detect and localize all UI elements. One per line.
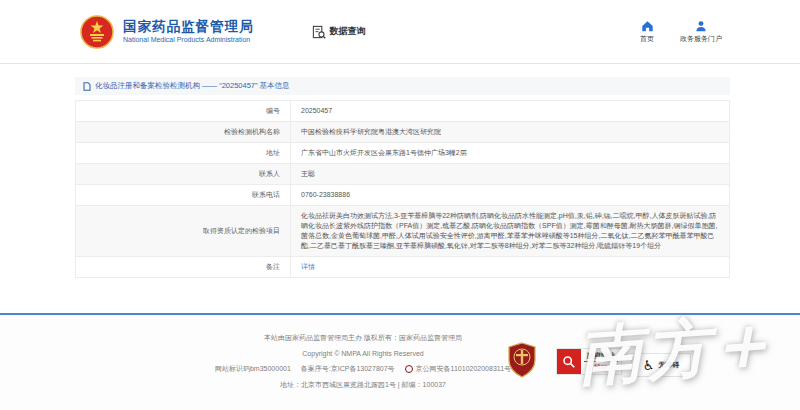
header-nav: 首页 政务服务门户 bbox=[640, 20, 722, 44]
detail-link[interactable]: 详情 bbox=[301, 263, 315, 270]
row-label: 编号 bbox=[76, 101, 291, 122]
find-error-top-label: 政府网站 bbox=[584, 351, 618, 362]
home-icon bbox=[641, 20, 654, 32]
footer-address: 地址：北京市西城区展览路北露园1号 | 邮编：100037 bbox=[88, 377, 638, 393]
police-number: 京公网安备11010202008311号 bbox=[416, 361, 511, 377]
nav-home-label: 首页 bbox=[640, 34, 654, 44]
row-label: 联系人 bbox=[76, 164, 291, 185]
table-row: 联系人 王聪 bbox=[76, 164, 730, 185]
accessibility-label: 无障碍 bbox=[658, 360, 679, 370]
table-row: 检验检测机构名称 中国检验检疫科学研究院粤港澳大湾区研究院 bbox=[76, 122, 730, 143]
row-value: 广东省中山市火炬开发区会展东路1号德仲广场3幢2层 bbox=[291, 143, 730, 164]
nav-home[interactable]: 首页 bbox=[640, 20, 654, 44]
icp-number: 备案序号:京ICP备13027807号 bbox=[301, 361, 395, 377]
agency-name-cn: 国家药品监督管理局 bbox=[123, 19, 254, 35]
government-shield-badge[interactable] bbox=[508, 342, 536, 378]
shield-icon bbox=[508, 342, 536, 378]
find-error-bottom-label: 找错 bbox=[581, 362, 621, 372]
table-row: 地址 广东省中山市火炬开发区会展东路1号德仲广场3幢2层 bbox=[76, 143, 730, 164]
table-row: 取得资质认定的检验项目 化妆品祛斑美白功效测试方法,3-亚苄基樟脑等22种防晒剂… bbox=[76, 206, 730, 257]
page-title-strip: 化妆品注册和备案检验检测机构 —— “20250457” 基本信息 bbox=[75, 77, 730, 95]
row-label: 取得资质认定的检验项目 bbox=[76, 206, 291, 257]
user-icon bbox=[695, 20, 707, 32]
data-query-icon bbox=[312, 25, 326, 39]
row-label: 联系电话 bbox=[76, 185, 291, 206]
page: 国家药品监督管理局 National Medical Products Admi… bbox=[0, 0, 800, 410]
row-value: 20250457 bbox=[291, 101, 730, 122]
find-error-magnifier-icon bbox=[557, 349, 581, 374]
row-value: 0760-23838886 bbox=[291, 185, 730, 206]
row-value: 中国检验检疫科学研究院粤港澳大湾区研究院 bbox=[291, 122, 730, 143]
row-label: 检验检测机构名称 bbox=[76, 122, 291, 143]
footer: 本站由国家药品监督管理局主办 版权所有：国家药品监督管理局 Copyright … bbox=[0, 313, 800, 410]
police-registration: 京公网安备11010202008311号 bbox=[405, 361, 511, 377]
data-query-label: 数据查询 bbox=[330, 25, 366, 38]
table-row: 联系电话 0760-23838886 bbox=[76, 185, 730, 206]
table-row: 编号 20250457 bbox=[76, 101, 730, 122]
document-icon bbox=[83, 82, 91, 91]
nav-portal[interactable]: 政务服务门户 bbox=[680, 20, 722, 44]
find-error-text: 政府网站 找错 bbox=[581, 351, 621, 372]
national-emblem-logo[interactable] bbox=[80, 15, 114, 49]
nav-portal-label: 政务服务门户 bbox=[680, 34, 722, 44]
accessibility-badge[interactable]: ♿ 无障碍 bbox=[631, 353, 691, 377]
row-label: 地址 bbox=[76, 143, 291, 164]
agency-name-en: National Medical Products Administration bbox=[123, 35, 254, 44]
page-title: 化妆品注册和备案检验检测机构 —— “20250457” 基本信息 bbox=[95, 81, 290, 91]
nav-data-query[interactable]: 数据查询 bbox=[312, 25, 366, 39]
find-error-badge[interactable]: 政府网站 找错 bbox=[556, 348, 622, 375]
row-label: 备注 bbox=[76, 257, 291, 278]
wheelchair-icon: ♿ bbox=[643, 359, 655, 372]
row-value-certified-items: 化妆品祛斑美白功效测试方法,3-亚苄基樟脑等22种防晒剂,防晒化妆品防水性能测定… bbox=[291, 206, 730, 257]
footer-host-line: 本站由国家药品监督管理局主办 版权所有：国家药品监督管理局 bbox=[88, 330, 638, 346]
table-row: 备注 详情 bbox=[76, 257, 730, 278]
police-badge-icon bbox=[405, 365, 413, 373]
brand-block: 国家药品监督管理局 National Medical Products Admi… bbox=[123, 19, 254, 44]
header: 国家药品监督管理局 National Medical Products Admi… bbox=[0, 0, 800, 64]
basic-info-table: 编号 20250457 检验检测机构名称 中国检验检疫科学研究院粤港澳大湾区研究… bbox=[75, 100, 730, 278]
row-value: 王聪 bbox=[291, 164, 730, 185]
row-value: 详情 bbox=[291, 257, 730, 278]
national-emblem-icon bbox=[80, 15, 114, 49]
site-code: 网站标识码bm35000001 bbox=[215, 361, 291, 377]
